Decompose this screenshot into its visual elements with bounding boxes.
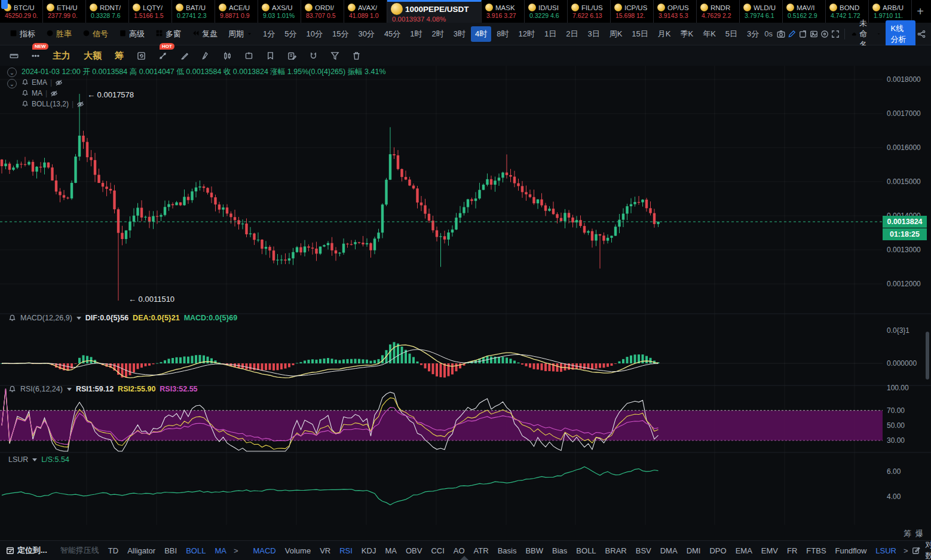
indicator-bsv[interactable]: BSV [632, 544, 655, 557]
indicator-ma[interactable]: MA [211, 544, 230, 557]
watchlist-tab-idusi[interactable]: ID/USI0.3229 4.6 [525, 0, 568, 23]
chevron-down-icon[interactable] [76, 317, 81, 320]
toolbar-信号-button[interactable]: 信号 [78, 26, 113, 42]
indicator-dmi[interactable]: DMI [683, 544, 705, 557]
indicator-td[interactable]: TD [105, 544, 122, 557]
watchlist-tab-lqty[interactable]: LQTY/1.5166 1.5 [129, 0, 172, 23]
indicator-dpo[interactable]: DPO [706, 544, 730, 557]
indicator-dma[interactable]: DMA [657, 544, 681, 557]
watchlist-tab-mavi[interactable]: MAV/I0.5162 2.9 [783, 0, 826, 23]
overlay-legend-ma[interactable]: MA| [22, 89, 58, 97]
magnet-tool[interactable] [305, 48, 321, 63]
indicator-lsur[interactable]: LSUR [872, 544, 900, 557]
indicator-macd[interactable]: MACD [249, 544, 279, 557]
chevron-right-icon[interactable]: > [232, 546, 240, 555]
indicator-alligator[interactable]: Alligator [124, 544, 159, 557]
watchlist-tab-ethu[interactable]: ETH/U2377.99 0. [43, 0, 86, 23]
pencil-button[interactable] [787, 27, 797, 41]
indicator-basis[interactable]: Basis [494, 544, 520, 557]
timeframe-30分[interactable]: 30分 [354, 26, 378, 42]
fullscreen-button[interactable] [831, 27, 840, 41]
timeframe-3日[interactable]: 3日 [583, 26, 604, 42]
indicator-vr[interactable]: VR [316, 544, 334, 557]
toolbar-指标-button[interactable]: 指标 [5, 26, 40, 42]
bottombar-collapse-handle[interactable] [460, 556, 468, 560]
indicator-obv[interactable]: OBV [402, 544, 425, 557]
target-button[interactable] [820, 27, 829, 41]
drawbar-大额-button[interactable]: 大额 [80, 50, 105, 62]
trendline-tool[interactable]: HOT [155, 48, 170, 63]
timeframe-3分[interactable]: 3分 [743, 26, 763, 42]
timeframe-10分[interactable]: 10分 [302, 26, 326, 42]
overlay-legend-boll132[interactable]: BOLL(13,2)| [22, 100, 84, 108]
image-button[interactable] [809, 27, 819, 41]
collapse-main-icon[interactable]: ⌄ [7, 68, 17, 77]
camera-button[interactable] [776, 27, 786, 41]
chevron-right-icon[interactable]: > [902, 546, 910, 555]
price-axis-scrollbar[interactable] [926, 332, 929, 380]
collapse-overlays-icon[interactable]: ⌄ [7, 79, 17, 88]
toolbar-复盘-button[interactable]: 复盘 [187, 26, 222, 42]
brush-tool[interactable] [176, 48, 192, 63]
indicator-bbw[interactable]: BBW [522, 544, 547, 557]
funnel-tool[interactable] [327, 48, 342, 63]
watchlist-tab-aceu[interactable]: ACE/U9.8871 0.9 [215, 0, 258, 23]
share-button[interactable] [917, 27, 926, 41]
timeframe-月K[interactable]: 月K [654, 26, 675, 42]
timeframe-15日[interactable]: 15日 [627, 26, 652, 42]
watchlist-tab-1000pepeusdt[interactable]: 1000PEPE/USDT0.0013937 4.08% [387, 0, 482, 23]
timeframe-5分[interactable]: 5分 [280, 26, 301, 42]
indicator-brar[interactable]: BRAR [602, 544, 630, 557]
watchlist-tab-rndr[interactable]: RNDR4.7629 2.2 [697, 0, 740, 23]
add-window-button[interactable] [798, 27, 808, 41]
timeframe-季K[interactable]: 季K [676, 26, 698, 42]
timeframe-45分[interactable]: 45分 [380, 26, 405, 42]
refresh-tool[interactable] [133, 48, 149, 63]
timeframe-1时[interactable]: 1时 [406, 26, 426, 42]
toolbar-多窗-button[interactable]: 多窗 [151, 26, 186, 42]
toolbar-高级-button[interactable]: 高级 [114, 26, 149, 42]
chevron-down-icon[interactable] [67, 388, 72, 391]
overlay-legend-ema[interactable]: EMA| [22, 78, 63, 87]
indicator-智能撑压线[interactable]: 智能撑压线 [57, 543, 103, 558]
indicator-kdj[interactable]: KDJ [358, 544, 380, 557]
box-tool[interactable] [241, 48, 256, 63]
pen-tool[interactable] [198, 48, 213, 63]
watchlist-tab-rdnt[interactable]: RDNT/0.3328 7.6 [86, 0, 129, 23]
indicator-boll[interactable]: BOLL [182, 544, 209, 557]
watchlist-tab-opus[interactable]: OP/US3.9143 5.3 [654, 0, 697, 23]
kline-analysis-button[interactable]: K线分析 [886, 20, 915, 48]
timeframe-1日[interactable]: 1日 [540, 26, 561, 42]
watchlist-tab-batu[interactable]: BAT/U0.2741 2.3 [172, 0, 215, 23]
chevron-down-icon[interactable] [32, 458, 37, 461]
lsur-pane-label[interactable]: LSUR L/S:5.54 [8, 455, 69, 464]
trash-tool[interactable] [348, 48, 364, 63]
timeframe-2时[interactable]: 2时 [428, 26, 448, 42]
indicator-bias[interactable]: Bias [549, 544, 571, 557]
watchlist-tab-filus[interactable]: FIL/US7.622 6.13 [568, 0, 611, 23]
timeframe-15分[interactable]: 15分 [328, 26, 353, 42]
timeframe-周K[interactable]: 周K [605, 26, 627, 42]
edit-indicators-button[interactable] [912, 543, 920, 558]
watchlist-tab-ordi[interactable]: ORDI/83.707 0.5 [301, 0, 344, 23]
indicator-ema[interactable]: EMA [732, 544, 756, 557]
macd-pane-label[interactable]: MACD(12,26,9) DIF:0.0{5}56 DEA:0.0{5}21 … [8, 314, 237, 322]
watchlist-tab-mask[interactable]: MASK3.916 3.27 [482, 0, 525, 23]
indicator-atr[interactable]: ATR [470, 544, 492, 557]
timeframe-12时[interactable]: 12时 [514, 26, 539, 42]
indicator-bbi[interactable]: BBI [161, 544, 180, 557]
indicator-emv[interactable]: EMV [758, 544, 782, 557]
indicator-boll[interactable]: BOLL [572, 544, 599, 557]
locate-to-button[interactable]: 定位到... [6, 545, 47, 556]
indicator-rsi[interactable]: RSI [336, 544, 356, 557]
chart-region[interactable]: 2024-01-03 12:00 开 0.0013584 高 0.0014047… [0, 66, 931, 525]
watchlist-tab-wldu[interactable]: WLD/U3.7974 6.1 [740, 0, 783, 23]
rsi-pane-label[interactable]: RSI(6,12,24) RSI1:59.12 RSI2:55.90 RSI3:… [8, 385, 198, 393]
bookmark-tool[interactable] [262, 48, 278, 63]
toolbar-胜率-button[interactable]: 胜率 [41, 26, 76, 42]
indicator-cci[interactable]: CCI [427, 544, 448, 557]
toolbar-周期-button[interactable]: 周期 [223, 26, 258, 42]
timeframe-4时[interactable]: 4时 [471, 26, 491, 42]
indicator-volume[interactable]: Volume [281, 544, 314, 557]
add-symbol-button[interactable]: + [912, 0, 929, 23]
